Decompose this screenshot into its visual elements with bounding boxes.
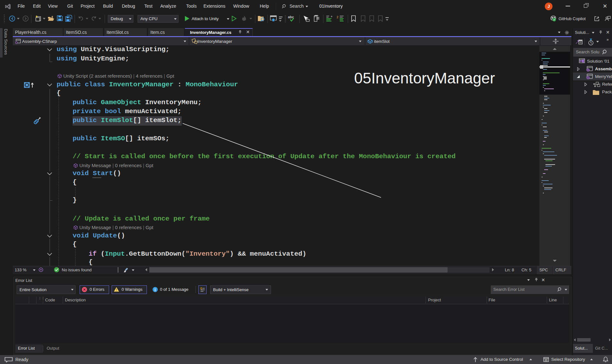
svg-text:2: 2	[337, 16, 338, 19]
svg-text:abc: abc	[288, 15, 294, 19]
